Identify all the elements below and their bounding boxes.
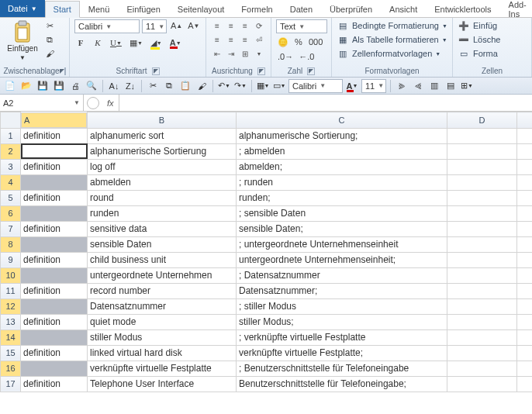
- qat-font-size-select[interactable]: 11▼: [361, 79, 386, 93]
- cell[interactable]: [517, 345, 533, 361]
- cell[interactable]: verknüpfte virtuelle Festplatte;: [237, 345, 447, 361]
- qat-open-button[interactable]: 📂: [19, 79, 33, 93]
- qat-misc2-button[interactable]: ⫷: [411, 79, 425, 93]
- cell[interactable]: [21, 329, 88, 345]
- cell[interactable]: Telephone User Interface: [88, 376, 237, 392]
- row-header-9[interactable]: 9: [1, 252, 21, 267]
- cell[interactable]: [517, 267, 533, 283]
- row-header-7[interactable]: 7: [1, 221, 21, 236]
- qat-misc3-button[interactable]: ▥: [427, 79, 441, 93]
- cell[interactable]: [517, 143, 533, 159]
- merge-dropdown[interactable]: ▼: [253, 47, 265, 60]
- file-tab[interactable]: Datei ▼: [0, 0, 45, 17]
- decrease-font-button[interactable]: A▼: [186, 19, 201, 32]
- align-right-button[interactable]: ≡: [239, 33, 251, 46]
- cell[interactable]: [517, 159, 533, 174]
- delete-cells-button[interactable]: ➖Lösche: [458, 33, 500, 46]
- cell[interactable]: [447, 236, 517, 252]
- column-header-A[interactable]: A: [21, 112, 87, 128]
- cell[interactable]: [517, 329, 533, 345]
- ribbon-tab-add-ins[interactable]: Add-Ins: [500, 0, 532, 17]
- cell[interactable]: ; runden: [237, 174, 447, 190]
- align-middle-button[interactable]: ≡: [225, 19, 237, 32]
- percent-button[interactable]: %: [292, 36, 305, 48]
- qat-undo-button[interactable]: ↶▼: [217, 79, 231, 93]
- cell[interactable]: alphanumeric sort: [88, 128, 237, 143]
- cell[interactable]: Benutzerschnittstelle für Telefoneingabe…: [237, 376, 447, 392]
- qat-sort-asc-button[interactable]: A↓: [107, 79, 121, 93]
- cell[interactable]: ; stiller Modus: [237, 298, 447, 314]
- font-size-select[interactable]: 11▼: [142, 19, 167, 33]
- cell[interactable]: runden;: [237, 190, 447, 205]
- qat-font-select[interactable]: Calibri▼: [288, 79, 343, 93]
- qat-saveall-button[interactable]: 💾: [52, 79, 66, 93]
- cell[interactable]: definition: [21, 314, 88, 329]
- cell[interactable]: stiller Modus;: [237, 314, 447, 329]
- column-header-D[interactable]: D: [447, 112, 517, 129]
- cell[interactable]: [447, 190, 517, 205]
- italic-button[interactable]: K: [92, 36, 104, 49]
- row-header-1[interactable]: 1: [1, 128, 21, 143]
- cell[interactable]: child business unit: [88, 252, 237, 267]
- cell[interactable]: [447, 128, 517, 143]
- ribbon-tab-einfügen[interactable]: Einfügen: [118, 0, 168, 17]
- cell[interactable]: [447, 361, 517, 376]
- ribbon-tab-ansicht[interactable]: Ansicht: [381, 0, 426, 17]
- cell[interactable]: [447, 174, 517, 190]
- row-header-14[interactable]: 14: [1, 329, 21, 345]
- cell[interactable]: [517, 376, 533, 392]
- cell[interactable]: [517, 236, 533, 252]
- cell[interactable]: [517, 221, 533, 236]
- increase-indent-button[interactable]: ⇥: [225, 47, 237, 60]
- cell[interactable]: log off: [88, 159, 237, 174]
- cell[interactable]: [447, 298, 517, 314]
- column-header-B[interactable]: B: [88, 112, 237, 129]
- borders-button[interactable]: ▦▼: [128, 36, 144, 49]
- qat-misc5-button[interactable]: ⊞▼: [460, 79, 474, 93]
- cell[interactable]: [447, 376, 517, 392]
- cell[interactable]: Datensatznummer: [88, 298, 237, 314]
- qat-sort-desc-button[interactable]: Z↓: [123, 79, 137, 93]
- cell[interactable]: [447, 345, 517, 361]
- bold-button[interactable]: F: [74, 36, 87, 49]
- cell[interactable]: [21, 267, 88, 283]
- fx-icon[interactable]: fx: [107, 98, 114, 108]
- increase-font-button[interactable]: A▲: [169, 19, 184, 32]
- ribbon-tab-menü[interactable]: Menü: [80, 0, 119, 17]
- cell[interactable]: definition: [21, 190, 88, 205]
- font-color-button[interactable]: A▼: [168, 36, 183, 49]
- row-header-4[interactable]: 4: [1, 174, 21, 190]
- qat-shapes-button[interactable]: ▭▼: [272, 79, 286, 93]
- cell[interactable]: [447, 205, 517, 221]
- row-header-13[interactable]: 13: [1, 314, 21, 329]
- currency-button[interactable]: 🪙: [276, 36, 290, 48]
- cell[interactable]: definition: [21, 159, 88, 174]
- formula-input[interactable]: [119, 95, 532, 111]
- cell[interactable]: definition: [21, 283, 88, 298]
- row-header-6[interactable]: 6: [1, 205, 21, 221]
- cell[interactable]: runden: [88, 205, 237, 221]
- cell[interactable]: [517, 128, 533, 143]
- format-as-table-button[interactable]: ▦Als Tabelle formatieren ▼: [337, 33, 447, 46]
- cell[interactable]: [517, 174, 533, 190]
- align-center-button[interactable]: ≡: [225, 33, 237, 46]
- cell[interactable]: definition: [21, 128, 88, 143]
- insert-cells-button[interactable]: ➕Einfüg: [458, 19, 497, 32]
- column-header-C[interactable]: C: [237, 112, 447, 129]
- cell[interactable]: sensible Daten;: [237, 221, 447, 236]
- ribbon-tab-entwicklertools[interactable]: Entwicklertools: [426, 0, 499, 17]
- cell[interactable]: untergeordnete Unternehmenseinheit;: [237, 252, 447, 267]
- row-header-12[interactable]: 12: [1, 298, 21, 314]
- ribbon-tab-daten[interactable]: Daten: [282, 0, 321, 17]
- paste-button[interactable]: Einfügen▼: [5, 19, 40, 62]
- select-all-corner[interactable]: [1, 112, 21, 129]
- qat-paste-button[interactable]: 📋: [178, 79, 192, 93]
- cell[interactable]: linked virtual hard disk: [88, 345, 237, 361]
- cell[interactable]: [21, 205, 88, 221]
- cell[interactable]: [447, 221, 517, 236]
- cell[interactable]: stiller Modus: [88, 329, 237, 345]
- cell[interactable]: [517, 252, 533, 267]
- cell[interactable]: sensitive data: [88, 221, 237, 236]
- dialog-launcher[interactable]: [64, 67, 66, 75]
- cell[interactable]: ; Datensatznummer: [237, 267, 447, 283]
